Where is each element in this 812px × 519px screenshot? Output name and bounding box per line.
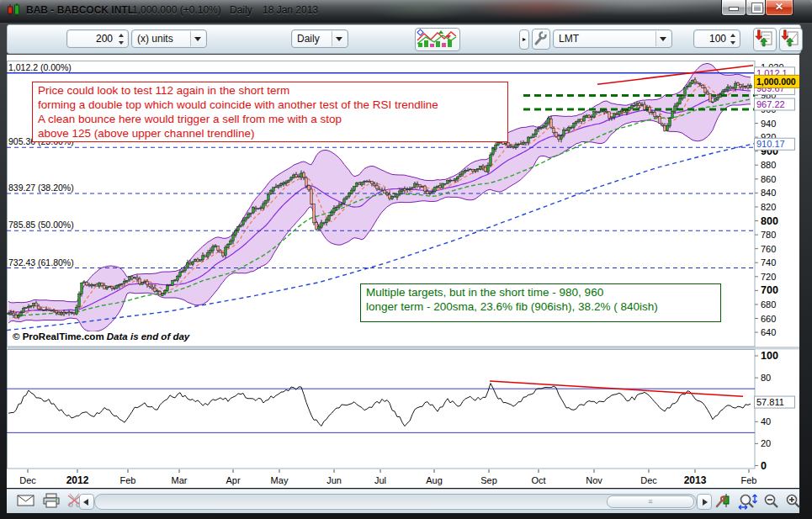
red-note-line: forming a double top which would coincid…: [38, 98, 502, 112]
zoom-out-button[interactable]: [762, 493, 781, 510]
price-axis-label: 680: [761, 299, 776, 310]
axis-value-text: 910.17: [756, 139, 785, 149]
timeframe-select[interactable]: Daily: [291, 29, 348, 48]
order-type-value: LMT: [559, 33, 579, 45]
candlestick-app-icon: [6, 3, 21, 19]
month-axis-label: Nov: [586, 475, 602, 485]
order-type-dropdown-arrow-icon[interactable]: [655, 31, 671, 46]
order-qty-up-icon[interactable]: [729, 32, 738, 39]
green-note-line: Multiple targets, but in the short time …: [366, 285, 715, 299]
rsi-axis-label: 100: [761, 350, 778, 362]
red-note-line: Price could look to test 112 again in th…: [38, 83, 502, 98]
bars-count-up-icon[interactable]: [117, 32, 126, 39]
price-axis-label: 700: [761, 284, 778, 296]
green-annotation-note[interactable]: Multiple targets, but in the short time …: [360, 283, 721, 322]
chart-options-button[interactable]: [715, 493, 732, 510]
order-settings-button[interactable]: [532, 29, 550, 50]
month-axis-label: Aug: [426, 475, 443, 485]
application-window: BAB - BABCOCK INTL 1,000.000 (+0.10%) Da…: [0, 0, 812, 519]
rsi-axis-label: 20: [761, 438, 771, 448]
month-axis-label: Feb: [741, 475, 757, 485]
title-price: 1,000.000 (+0.10%): [132, 4, 221, 16]
wrench-icon: [533, 29, 548, 47]
minimize-button[interactable]: [721, 0, 746, 16]
buy-sell-order-icon: [754, 29, 774, 49]
price-axis-label: 780: [761, 230, 776, 240]
price-axis-label: 880: [761, 160, 776, 170]
month-axis-label: Jun: [326, 475, 342, 485]
price-axis-label: 740: [761, 257, 776, 267]
price-axis-label: 940: [761, 119, 776, 129]
month-axis-label: Sep: [480, 475, 497, 485]
month-axis-label: 2012: [66, 474, 89, 486]
units-select[interactable]: (x) units: [131, 29, 207, 48]
month-axis-label: May: [271, 475, 289, 485]
axis-value-text: 57.811: [756, 397, 784, 407]
title-date: 18 Jan 2013: [263, 4, 318, 16]
zoom-in-icon: [788, 495, 800, 508]
order-ticket-button[interactable]: [753, 28, 777, 51]
maximize-icon: [752, 3, 762, 13]
price-axis-label: 760: [761, 244, 776, 254]
candle-settings-icon: [717, 494, 729, 507]
bars-count-input[interactable]: [69, 31, 114, 46]
green-note-line: longer term - 200sma, 23.6% fib (906ish)…: [366, 299, 715, 314]
order-qty-input[interactable]: [696, 31, 728, 46]
month-axis-label: Dec: [19, 475, 36, 485]
minimize-icon: [729, 7, 739, 11]
month-axis-label: Dec: [640, 475, 657, 485]
scroll-left-button[interactable]: [79, 494, 94, 510]
bars-count-spinner: [66, 29, 129, 48]
envelope-icon: [18, 495, 34, 506]
close-button[interactable]: ✕: [765, 0, 793, 16]
price-axis-label: 800: [761, 215, 778, 227]
zoom-in-button[interactable]: [784, 493, 803, 510]
copyright-text: © ProRealTime.com: [13, 331, 104, 342]
maximize-button[interactable]: [746, 0, 766, 16]
email-chart-button[interactable]: [17, 493, 35, 508]
rsi-axis-label: 40: [761, 416, 771, 426]
bars-count-down-icon[interactable]: [117, 39, 126, 45]
timeframe-dropdown-arrow-icon[interactable]: [332, 31, 347, 46]
axis-value-text: 1,000.000: [756, 77, 796, 87]
order-qty-spinner: [693, 29, 740, 48]
title-symbol: BAB - BABCOCK INTL: [26, 4, 134, 16]
price-axis-label: 720: [761, 272, 776, 282]
chart-display-settings-button[interactable]: [415, 28, 460, 51]
chart-type-icon: [416, 29, 458, 49]
month-axis-label: Jul: [374, 475, 386, 485]
price-axis-label: 840: [761, 188, 776, 198]
title-bar[interactable]: BAB - BABCOCK INTL 1,000.000 (+0.10%) Da…: [0, 0, 812, 23]
price-axis-label: 820: [761, 202, 776, 212]
month-axis-label: Apr: [226, 475, 240, 485]
title-timeframe: Daily: [230, 4, 252, 16]
order-qty-down-icon[interactable]: [729, 39, 738, 45]
print-chart-button[interactable]: [42, 493, 61, 508]
printer-icon: [44, 494, 59, 507]
price-axis-label: 640: [761, 327, 776, 337]
zoom-fit-button[interactable]: [737, 493, 759, 510]
month-axis-label: Oct: [531, 475, 545, 485]
trade-page-icon: [780, 29, 800, 49]
red-note-line: A clean bounce here would trigger a sell…: [38, 112, 502, 126]
order-type-select[interactable]: LMT: [553, 29, 672, 48]
price-axis-label: 660: [761, 314, 776, 324]
units-select-value: (x) units: [137, 33, 173, 45]
month-axis-label: Mar: [172, 475, 188, 485]
collapse-panel-handle[interactable]: ▸: [519, 29, 529, 50]
collapse-arrow-icon: ▸: [523, 35, 526, 43]
month-axis-label: Feb: [120, 475, 136, 485]
units-dropdown-arrow-icon[interactable]: [190, 31, 205, 46]
axis-value-text: 967.22: [756, 99, 785, 109]
scrollbar-thumb[interactable]: ≡: [607, 495, 694, 508]
bottom-toolbar: ≡: [7, 489, 799, 513]
scroll-right-button[interactable]: [697, 494, 712, 510]
month-axis-label: 2013: [684, 474, 707, 486]
data-note-text: Data is end of day: [107, 331, 189, 342]
chart-scrollbar[interactable]: ≡: [94, 494, 697, 510]
red-annotation-note[interactable]: Price could look to test 112 again in th…: [32, 82, 508, 142]
main-toolbar: (x) units Daily ▸: [7, 24, 801, 54]
chart-panel: 1,012.2 (0.00%)905.36 (23.60%)839.27 (38…: [7, 55, 799, 488]
timeframe-select-value: Daily: [297, 33, 320, 45]
quick-trade-button[interactable]: [779, 28, 803, 51]
